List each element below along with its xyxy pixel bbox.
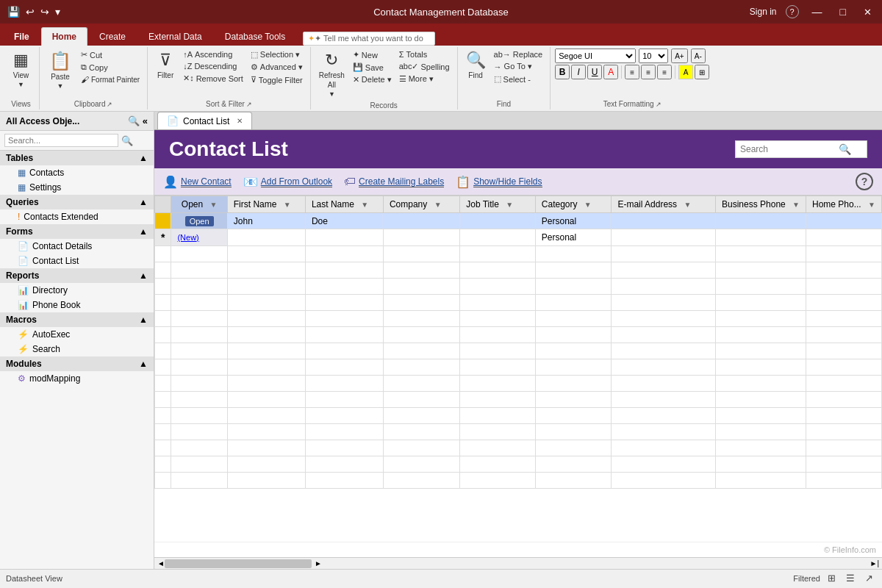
open-record-button[interactable]: Open [185,216,214,226]
close-tab-icon[interactable]: ✕ [237,117,243,125]
totals-button[interactable]: Σ Totals [396,49,453,60]
sidebar-item-contact-list[interactable]: 📄 Contact List [0,254,154,268]
maximize-button[interactable]: □ [836,6,850,18]
new-contact-button[interactable]: 👤 New Contact [163,175,232,189]
refresh-arrow[interactable]: ▼ [329,90,335,98]
list-view-button[interactable]: ☰ [843,572,858,584]
delete-record-button[interactable]: ✕ Delete ▾ [350,74,395,86]
category-cell[interactable]: Personal [535,213,612,229]
category-col-arrow[interactable]: ▼ [584,201,592,209]
tell-me-input[interactable]: ✦ ✦ Tell me what you want to do [303,32,435,46]
home-phone-col-arrow[interactable]: ▼ [868,201,875,209]
table-row[interactable]: Open John Doe Personal [155,213,882,229]
business-phone-cell[interactable] [716,213,806,229]
help-action-button[interactable]: ? [856,173,873,190]
show-hide-fields-button[interactable]: 📋 Show/Hide Fields [456,175,542,189]
company-col-arrow[interactable]: ▼ [434,201,442,209]
scroll-right-end-button[interactable]: ►| [870,559,880,567]
bg-color-button[interactable]: A [678,65,693,79]
new-row-open-cell[interactable]: (New) [171,229,227,246]
view-button[interactable]: ▦ View ▼ [8,49,35,90]
ascending-button[interactable]: ↑A Ascending [180,49,246,60]
refresh-all-button[interactable]: ↻ Refresh All ▼ [315,49,348,100]
sort-filter-dialog-launcher[interactable]: ↗ [246,101,252,108]
col-header-email[interactable]: E-mail Address ▼ [612,196,716,213]
add-from-outlook-button[interactable]: 📧 Add From Outlook [243,175,332,189]
cut-button[interactable]: ✂ Cut [78,49,143,61]
save-qat-button[interactable]: 💾 [6,4,21,19]
col-header-job-title[interactable]: Job Title ▼ [460,196,536,213]
sidebar-item-mod-mapping[interactable]: ⚙ modMapping [0,371,154,386]
sidebar-section-forms[interactable]: Forms ▲ [0,224,154,239]
open-cell[interactable]: Open [171,213,227,229]
new-row-link[interactable]: (New) [177,233,198,242]
scroll-left-button[interactable]: ◄ [157,559,165,567]
col-header-open[interactable]: Open ▼ [171,196,227,213]
redo-button[interactable]: ↪ [39,4,51,19]
sidebar-item-contacts[interactable]: ▦ Contacts [0,165,154,180]
font-size-select[interactable]: 10 [639,49,668,63]
select-button[interactable]: ⬚ Select - [491,73,546,85]
sidebar-section-tables[interactable]: Tables ▲ [0,151,154,165]
sidebar-item-contact-details[interactable]: 📄 Contact Details [0,239,154,254]
job-title-cell[interactable] [460,213,536,229]
new-record-button[interactable]: ✦ New [350,49,395,61]
align-right-button[interactable]: ≡ [657,65,672,79]
toggle-filter-button[interactable]: ⊽ Toggle Filter [248,74,306,86]
underline-button[interactable]: U [587,65,602,79]
new-row-fn[interactable] [227,229,305,246]
scroll-thumb[interactable] [165,559,312,568]
remove-sort-button[interactable]: ✕↕ Remove Sort [180,72,246,85]
new-table-row[interactable]: * (New) Personal [155,229,882,246]
col-header-category[interactable]: Category ▼ [535,196,612,213]
new-row-ln[interactable] [305,229,383,246]
tab-file[interactable]: File [3,27,40,46]
col-header-last-name[interactable]: Last Name ▼ [305,196,383,213]
new-row-co[interactable] [383,229,459,246]
format-painter-button[interactable]: 🖌 Format Painter [78,74,143,85]
last-name-col-arrow[interactable]: ▼ [361,201,368,209]
new-row-hp[interactable] [806,229,881,246]
datasheet-view-button[interactable]: ⊞ [825,572,839,584]
home-phone-cell[interactable] [806,213,881,229]
sidebar-item-search-macro[interactable]: ⚡ Search [0,342,154,356]
filter-button[interactable]: ⊽ Filter [152,49,179,82]
first-name-cell[interactable]: John [227,213,305,229]
spelling-button[interactable]: abc✓ Spelling [396,60,453,73]
font-family-select[interactable]: Segoe UI [555,49,636,63]
col-header-first-name[interactable]: First Name ▼ [227,196,305,213]
align-center-button[interactable]: ≡ [641,65,656,79]
sidebar-search-input[interactable] [4,134,118,147]
layout-view-button[interactable]: ↗ [862,572,876,584]
font-color-button[interactable]: A [603,65,618,79]
gridlines-button[interactable]: ⊞ [695,65,709,79]
copy-button[interactable]: ⧉ Copy [78,61,143,74]
scroll-right-button[interactable]: ► [315,559,322,567]
qat-dropdown[interactable]: ▾ [54,4,62,19]
sidebar-item-directory[interactable]: 📊 Directory [0,283,154,298]
tab-home[interactable]: Home [41,27,87,46]
new-row-email[interactable] [612,229,716,246]
job-title-col-arrow[interactable]: ▼ [506,201,513,209]
tab-external-data[interactable]: External Data [137,27,213,46]
new-row-jt[interactable] [460,229,536,246]
sign-in-link[interactable]: Sign in [750,7,777,17]
col-header-business-phone[interactable]: Business Phone ▼ [716,196,806,213]
bold-button[interactable]: B [555,65,570,79]
find-button[interactable]: 🔍 Find [462,49,490,82]
decrease-font-button[interactable]: A- [691,49,706,63]
view-dropdown-arrow[interactable]: ▼ [18,81,24,88]
new-row-bp[interactable] [716,229,806,246]
text-format-dialog-launcher[interactable]: ↗ [656,101,662,108]
sidebar-section-reports[interactable]: Reports ▲ [0,268,154,283]
advanced-button[interactable]: ⚙ Advanced ▾ [248,61,306,74]
tab-create[interactable]: Create [88,27,137,46]
selection-button[interactable]: ⬚ Selection ▾ [248,49,306,61]
sidebar-section-queries[interactable]: Queries ▲ [0,195,154,209]
replace-button[interactable]: ab→ Replace [491,49,546,60]
paste-button[interactable]: 📋 Paste ▼ [44,49,76,92]
business-phone-col-arrow[interactable]: ▼ [792,201,800,209]
undo-button[interactable]: ↩ [24,4,36,19]
sidebar-collapse-button[interactable]: « [143,115,148,126]
sidebar-item-contacts-extended[interactable]: ! Contacts Extended [0,209,154,224]
